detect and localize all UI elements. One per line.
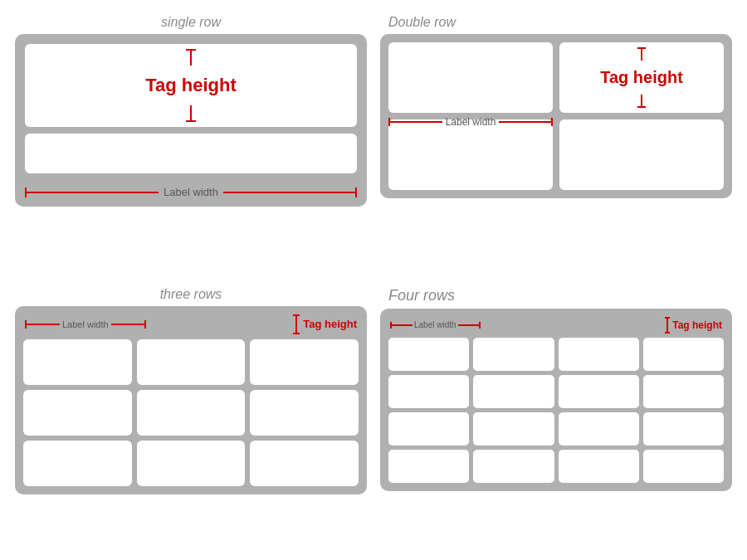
tr-cell-8	[137, 441, 246, 486]
fr-cell-4	[643, 338, 724, 371]
tr-cell-5	[137, 390, 246, 436]
tag-height-label-sr: Tag height	[145, 75, 237, 96]
label-width-text-fr: Label width	[414, 320, 456, 329]
fr-cell-1	[388, 338, 469, 371]
tr-cell-2	[137, 339, 246, 385]
fr-cell-7	[559, 375, 639, 408]
label-width-text-sr: Label width	[164, 186, 218, 198]
dr-cell-3	[388, 119, 553, 190]
fr-cell-15	[559, 450, 639, 483]
double-row-title: Double row	[380, 15, 732, 30]
fr-cell-5	[388, 375, 469, 408]
single-row-sheet: Tag height Label width	[15, 34, 367, 207]
lw-line-sr	[27, 192, 159, 193]
tag-height-label-dr: Tag height	[600, 68, 683, 87]
fr-cell-14	[473, 450, 554, 483]
four-rows-grid	[388, 338, 724, 483]
single-row-title: single row	[15, 15, 367, 30]
quadrant-three-rows: three rows Label width	[8, 280, 374, 553]
tr-cell-7	[23, 441, 132, 486]
fr-cell-3	[559, 338, 639, 371]
main-grid: single row Tag height L	[0, 0, 747, 560]
tag-height-top-line	[190, 51, 192, 66]
fr-cell-2	[473, 338, 554, 371]
fr-cell-6	[473, 375, 554, 408]
tag-height-bottom-tick	[186, 120, 196, 122]
lw-line2-sr	[223, 192, 355, 193]
three-rows-annotations: Label width Tag height	[23, 314, 359, 334]
label-width-text-tr: Label width	[62, 319, 109, 329]
fr-cell-8	[643, 375, 724, 408]
quadrant-double-row: Double row Label width	[374, 8, 739, 280]
three-rows-title: three rows	[15, 287, 367, 302]
three-rows-sheet: Label width Tag height	[15, 306, 367, 494]
fr-cell-13	[388, 450, 469, 483]
tag-height-bottom-line	[190, 105, 192, 120]
four-rows-title: Four rows	[380, 287, 732, 304]
tr-cell-3	[250, 339, 359, 385]
quadrant-four-rows: Four rows Label width	[374, 280, 739, 553]
quadrant-single-row: single row Tag height L	[8, 8, 374, 280]
single-row-bottom-label	[25, 134, 357, 173]
tr-cell-6	[250, 390, 359, 436]
label-width-annotation-sr: Label width	[25, 186, 357, 198]
fr-cell-9	[388, 412, 469, 446]
double-row-sheet: Label width Tag height	[380, 34, 732, 198]
dr-cell-1: Label width	[388, 42, 553, 113]
single-row-top-label: Tag height	[25, 44, 357, 127]
fr-cell-16	[643, 450, 724, 483]
tr-cell-1	[23, 339, 132, 385]
dr-cell-2: Tag height	[559, 42, 724, 113]
lw-right-tick-sr	[355, 187, 357, 197]
four-rows-sheet: Label width Tag height	[380, 309, 732, 491]
tag-height-label-tr: Tag height	[303, 318, 357, 330]
tr-cell-4	[23, 390, 132, 436]
label-width-text-dr: Label width	[446, 116, 496, 128]
label-width-annotation-dr: Label width	[388, 116, 553, 128]
tag-height-label-fr: Tag height	[672, 319, 722, 331]
fr-cell-10	[473, 412, 554, 446]
tr-cell-9	[250, 441, 359, 486]
fr-cell-11	[559, 412, 639, 446]
fr-cell-12	[643, 412, 724, 446]
four-rows-annotations: Label width Tag height	[388, 317, 724, 334]
dr-cell-4	[559, 119, 724, 190]
three-rows-grid	[23, 339, 359, 486]
